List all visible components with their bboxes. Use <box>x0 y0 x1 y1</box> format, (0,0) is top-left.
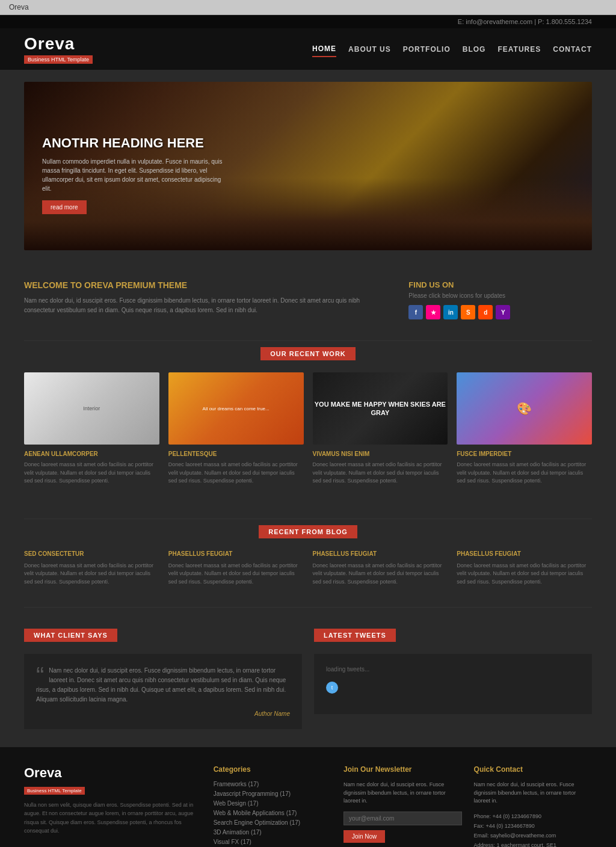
logo-area: Oreva Business HTML Template <box>24 34 93 64</box>
portfolio-section: OUR RECENT WORK Interior AENEAN ULLAMCOR… <box>0 347 616 516</box>
footer-contact-info: Phone: +44 (0) 1234667890 Fax: +44 (0) 1… <box>474 812 592 848</box>
footer-cat-2[interactable]: Javascript Programming (17) <box>214 790 331 797</box>
find-us-subtitle: Please click below icons for updates <box>408 292 592 299</box>
portfolio-thumb-interior: Interior <box>24 372 159 445</box>
footer-newsletter-col: Join Our Newsletter Nam nec dolor dui, i… <box>343 765 461 847</box>
twitter-icon[interactable]: t <box>326 682 338 694</box>
portfolio-item-1[interactable]: Interior AENEAN ULLAMCORPER Donec laoree… <box>24 372 159 485</box>
site-header: E: info@orevatheme.com | P: 1.800.555.12… <box>0 15 616 70</box>
portfolio-thumb-2: All our dreams can come true... <box>168 372 304 445</box>
footer-contact-title: Quick Contact <box>474 765 592 774</box>
hero-content: ANOTHR HEADING HERE Nullam commodo imper… <box>42 135 223 214</box>
footer-cat-6[interactable]: 3D Animation (17) <box>214 829 331 836</box>
header-main: Oreva Business HTML Template HOME ABOUT … <box>0 28 616 70</box>
footer-fax: Fax: +44 (0) 1234667890 <box>474 821 592 831</box>
section-divider-3 <box>24 607 592 608</box>
welcome-section: WELCOME TO OREVA PREMIUM THEME Nam nec d… <box>0 262 616 337</box>
footer-about-text: Nulla non sem velit, quisque diam eros. … <box>24 801 202 836</box>
portfolio-thumb-4: 🎨 <box>457 372 592 445</box>
digg-icon[interactable]: d <box>478 305 493 319</box>
portfolio-item-2-title: PELLENTESQUE <box>168 451 304 457</box>
quote-mark: “ <box>36 666 44 685</box>
nav-contact[interactable]: CONTACT <box>553 42 592 57</box>
flickr-icon[interactable]: ★ <box>426 305 440 319</box>
blog-item-2: PHASELLUS FEUGIAT Donec laoreet massa si… <box>168 550 304 587</box>
blog-item-1-title: SED CONSECTETUR <box>24 550 159 557</box>
footer-cat-1[interactable]: Frameworks (17) <box>214 781 331 787</box>
portfolio-section-header: OUR RECENT WORK <box>24 347 592 360</box>
footer-categories-col: Categories Frameworks (17) Javascript Pr… <box>214 765 331 847</box>
portfolio-thumb-3-text: YOU MAKE ME HAPPY WHEN SKIES ARE GRAY <box>313 400 448 417</box>
blog-item-2-title: PHASELLUS FEUGIAT <box>168 550 304 557</box>
site-wrapper: E: info@orevatheme.com | P: 1.800.555.12… <box>0 15 616 847</box>
footer-categories-title: Categories <box>214 765 331 774</box>
portfolio-item-3[interactable]: YOU MAKE ME HAPPY WHEN SKIES ARE GRAY VI… <box>313 372 448 485</box>
linkedin-icon[interactable]: in <box>443 305 458 319</box>
portfolio-thumb-1: Interior <box>24 372 159 445</box>
footer-cat-7[interactable]: Visual FX (17) <box>214 839 331 845</box>
nav-blog[interactable]: BLOG <box>463 42 486 57</box>
portfolio-thumb-colorful: 🎨 <box>457 372 592 445</box>
blog-grid: SED CONSECTETUR Donec laoreet massa sit … <box>24 550 592 587</box>
blog-item-3-text: Donec laoreet massa sit amet odio facili… <box>313 562 448 587</box>
tweets-section: LATEST TWEETS loading tweets... t <box>314 623 592 729</box>
browser-title-bar: Oreva <box>0 0 616 15</box>
contact-info: E: info@orevatheme.com | P: 1.800.555.12… <box>458 18 592 25</box>
header-top-bar: E: info@orevatheme.com | P: 1.800.555.12… <box>0 15 616 28</box>
welcome-title: WELCOME TO OREVA PREMIUM THEME <box>24 280 390 290</box>
blog-item-3: PHASELLUS FEUGIAT Donec laoreet massa si… <box>313 550 448 587</box>
footer-email: Email: sayhelio@orevatheme.com <box>474 831 592 840</box>
footer-address: Address: 1 eachermant court, SE1 <box>474 840 592 847</box>
yahoo-icon[interactable]: Y <box>496 305 510 319</box>
browser-tab-label: Oreva <box>9 3 29 11</box>
footer-contact-text: Nam nec dolor dui, id suscipit eros. Fus… <box>474 781 592 805</box>
portfolio-section-badge: OUR RECENT WORK <box>260 347 356 360</box>
portfolio-item-1-title: AENEAN ULLAMCORPER <box>24 451 159 457</box>
portfolio-item-4[interactable]: 🎨 FUSCE IMPERDIET Donec laoreet massa si… <box>457 372 592 485</box>
blog-item-1: SED CONSECTETUR Donec laoreet massa sit … <box>24 550 159 587</box>
main-nav: HOME ABOUT US PORTFOLIO BLOG FEATURES CO… <box>312 42 592 57</box>
blog-section: RECENT FROM BLOG SED CONSECTETUR Donec l… <box>0 525 616 605</box>
welcome-sidebar: FIND US ON Please click below icons for … <box>408 280 592 319</box>
portfolio-item-2[interactable]: All our dreams can come true... PELLENTE… <box>168 372 304 485</box>
tweets-content: loading tweets... t <box>314 654 592 714</box>
portfolio-thumb-3: YOU MAKE ME HAPPY WHEN SKIES ARE GRAY <box>313 372 448 445</box>
blog-item-1-text: Donec laoreet massa sit amet odio facili… <box>24 562 159 587</box>
hero-heading: ANOTHR HEADING HERE <box>42 135 223 151</box>
nav-about[interactable]: ABOUT US <box>348 42 391 57</box>
logo-badge: Business HTML Template <box>24 55 93 64</box>
tweets-loading: loading tweets... <box>326 666 580 673</box>
logo-title: Oreva <box>24 34 93 54</box>
testimonial-badge: WHAT CLIENT SAYS <box>24 629 117 642</box>
blog-section-badge: RECENT FROM BLOG <box>259 525 357 538</box>
portfolio-item-2-text: Donec laoreet massa sit amet odio facili… <box>168 461 304 485</box>
footer-cat-5[interactable]: Search Engine Optimization (17) <box>214 819 331 826</box>
portfolio-thumb-dark: YOU MAKE ME HAPPY WHEN SKIES ARE GRAY <box>313 372 448 445</box>
tweets-header: LATEST TWEETS <box>314 629 592 642</box>
portfolio-item-3-title: VIVAMUS NISI ENIM <box>313 451 448 457</box>
blog-item-3-title: PHASELLUS FEUGIAT <box>313 550 448 557</box>
blog-section-header: RECENT FROM BLOG <box>24 525 592 538</box>
section-divider-2 <box>24 519 592 519</box>
portfolio-thumb-orange: All our dreams can come true... <box>168 372 304 445</box>
newsletter-submit-button[interactable]: Join Now <box>343 830 385 843</box>
welcome-text: Nam nec dolor dui, id suscipit eros. Fus… <box>24 296 390 315</box>
footer-cat-3[interactable]: Web Design (17) <box>214 800 331 807</box>
footer-cat-4[interactable]: Web & Mobile Applications (17) <box>214 810 331 816</box>
blog-item-4: PHASELLUS FEUGIAT Donec laoreet massa si… <box>457 550 592 587</box>
hero-section: ANOTHR HEADING HERE Nullam commodo imper… <box>24 82 592 250</box>
newsletter-email-input[interactable] <box>343 812 461 825</box>
footer-newsletter-title: Join Our Newsletter <box>343 765 461 774</box>
footer-badge: Business HTML Template <box>24 787 85 795</box>
nav-home[interactable]: HOME <box>312 42 336 57</box>
hero-read-more-button[interactable]: read more <box>42 200 87 214</box>
footer-contact-col: Quick Contact Nam nec dolor dui, id susc… <box>474 765 592 847</box>
nav-portfolio[interactable]: PORTFOLIO <box>403 42 451 57</box>
portfolio-item-4-title: FUSCE IMPERDIET <box>457 451 592 457</box>
stumbleupon-icon[interactable]: S <box>461 305 475 319</box>
footer-phone: Phone: +44 (0) 1234667890 <box>474 812 592 821</box>
nav-features[interactable]: FEATURES <box>497 42 541 57</box>
facebook-icon[interactable]: f <box>408 305 423 319</box>
portfolio-item-3-text: Donec laoreet massa sit amet odio facili… <box>313 461 448 485</box>
social-icons: f ★ in S d Y <box>408 305 592 319</box>
